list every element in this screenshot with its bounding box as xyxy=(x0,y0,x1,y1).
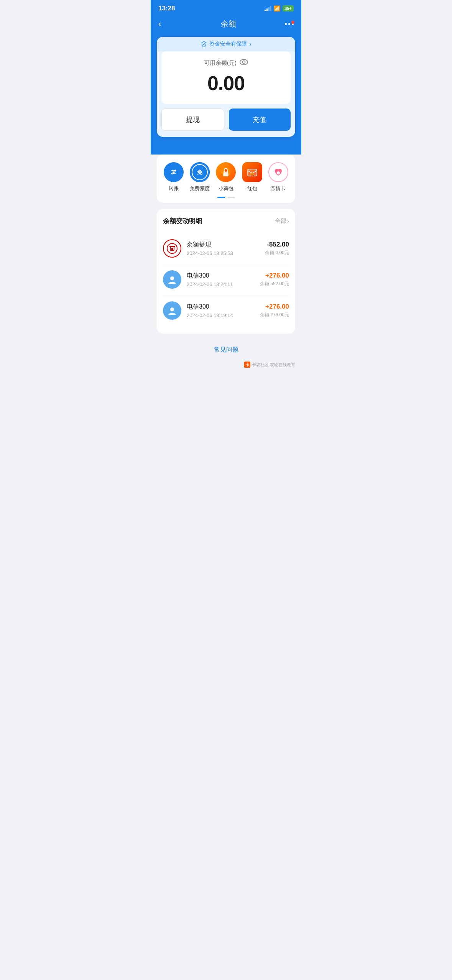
svg-point-0 xyxy=(240,59,248,65)
shield-icon xyxy=(201,41,207,47)
notification-dot xyxy=(291,21,294,24)
tx-amount-2: +276.00 xyxy=(260,272,289,280)
menu-item-family-card[interactable]: 亲情卡 xyxy=(268,162,288,192)
withdraw-button[interactable]: 提现 xyxy=(161,109,224,131)
recharge-button[interactable]: 充值 xyxy=(229,109,291,131)
svg-point-19 xyxy=(170,307,174,311)
status-time: 13:28 xyxy=(158,5,175,12)
view-all-arrow: › xyxy=(287,218,289,224)
svg-text:福: 福 xyxy=(250,173,254,177)
svg-point-8 xyxy=(225,169,227,171)
balance-amount: 0.00 xyxy=(169,72,283,95)
tx-title-3: 电信300 xyxy=(187,303,255,311)
balance-section: 可用余额(元) 0.00 xyxy=(161,51,291,104)
tx-amount-col-2: +276.00 余额 552.00元 xyxy=(260,272,289,287)
tx-time-1: 2024-02-06 13:25:53 xyxy=(187,250,260,256)
transaction-item: 电信300 2024-02-06 13:19:14 +276.00 余额 276… xyxy=(163,295,289,326)
action-buttons: 提现 充值 xyxy=(157,109,295,137)
section-title: 余额变动明细 xyxy=(163,217,202,225)
svg-point-1 xyxy=(243,61,245,64)
security-text: 资金安全有保障 xyxy=(209,41,247,48)
header: ‹ 余额 xyxy=(151,15,301,37)
battery-indicator: 35+ xyxy=(283,5,294,12)
menu-item-transfer[interactable]: ¥ 转账 xyxy=(164,162,184,192)
svg-text:¥: ¥ xyxy=(172,169,175,175)
wifi-icon: 📶 xyxy=(274,5,280,12)
menu-page-dots xyxy=(157,197,295,198)
tx-time-3: 2024-02-06 13:19:14 xyxy=(187,312,255,318)
small-bag-icon xyxy=(216,162,236,182)
free-quota-icon: 免 xyxy=(190,162,210,182)
faq-link[interactable]: 常见问题 xyxy=(151,340,301,360)
watermark-text: 卡农社区 农轮在线教育 xyxy=(252,362,295,368)
blue-background: ‹ 余额 资金安全有保障 › 可用余额(元) xyxy=(151,15,301,155)
view-all-button[interactable]: 全部 › xyxy=(275,217,289,225)
transaction-item: 电信300 2024-02-06 13:24:11 +276.00 余额 552… xyxy=(163,264,289,295)
menu-item-red-envelope[interactable]: 福 红包 xyxy=(242,162,262,192)
user-avatar-icon-1 xyxy=(163,270,181,289)
tx-amount-1: -552.00 xyxy=(265,241,289,248)
status-bar: 13:28 📶 35+ xyxy=(151,0,301,15)
security-banner[interactable]: 资金安全有保障 › xyxy=(157,37,295,51)
status-icons: 📶 35+ xyxy=(265,5,294,12)
menu-item-free-quota[interactable]: 免 免费额度 xyxy=(190,162,210,192)
tx-info-3: 电信300 2024-02-06 13:19:14 xyxy=(187,303,255,318)
tx-amount-col-1: -552.00 余额 0.00元 xyxy=(265,241,289,256)
back-button[interactable]: ‹ xyxy=(158,19,172,29)
transaction-section-header: 余额变动明细 全部 › xyxy=(163,217,289,225)
small-bag-label: 小荷包 xyxy=(219,185,233,192)
svg-rect-16 xyxy=(171,248,173,250)
tx-balance-2: 余额 552.00元 xyxy=(260,281,289,287)
family-card-icon xyxy=(268,162,288,182)
view-all-label: 全部 xyxy=(275,217,286,225)
quick-menu: ¥ 转账 免 免费额度 xyxy=(157,155,295,203)
svg-point-13 xyxy=(277,171,280,174)
dot1 xyxy=(285,23,287,25)
red-envelope-label: 红包 xyxy=(247,185,257,192)
tx-title-2: 电信300 xyxy=(187,272,255,280)
tx-info-1: 余额提现 2024-02-06 13:25:53 xyxy=(187,241,260,256)
tx-title-1: 余额提现 xyxy=(187,241,260,249)
transfer-icon: ¥ xyxy=(164,162,184,182)
eye-icon[interactable] xyxy=(240,59,248,67)
tx-balance-3: 余额 276.00元 xyxy=(260,312,289,318)
tx-balance-1: 余额 0.00元 xyxy=(265,250,289,256)
watermark-icon: 卡 xyxy=(244,362,250,368)
family-card-label: 亲情卡 xyxy=(271,185,286,192)
bank-icon xyxy=(163,239,181,258)
tx-amount-col-3: +276.00 余额 276.00元 xyxy=(260,303,289,318)
transaction-item: 余额提现 2024-02-06 13:25:53 -552.00 余额 0.00… xyxy=(163,233,289,264)
menu-items: ¥ 转账 免 免费额度 xyxy=(157,162,295,192)
balance-card: 资金安全有保障 › 可用余额(元) 0.00 提现 充值 xyxy=(157,37,295,137)
svg-text:卡: 卡 xyxy=(245,363,249,367)
tx-info-2: 电信300 2024-02-06 13:24:11 xyxy=(187,272,255,287)
balance-label-row: 可用余额(元) xyxy=(169,59,283,67)
red-envelope-icon: 福 xyxy=(242,162,262,182)
menu-item-small-bag[interactable]: 小荷包 xyxy=(216,162,236,192)
signal-icon xyxy=(265,6,271,11)
watermark: 卡 卡农社区 农轮在线教育 xyxy=(151,360,301,374)
security-arrow: › xyxy=(249,41,251,47)
menu-dot-active xyxy=(217,197,225,198)
svg-point-18 xyxy=(170,276,174,280)
svg-text:免: 免 xyxy=(197,169,203,175)
balance-label: 可用余额(元) xyxy=(204,59,237,67)
faq-label: 常见问题 xyxy=(214,346,238,353)
menu-dot-inactive xyxy=(227,197,235,198)
tx-amount-3: +276.00 xyxy=(260,303,289,311)
free-quota-label: 免费额度 xyxy=(190,185,210,192)
more-menu-button[interactable] xyxy=(285,23,294,25)
dot2 xyxy=(288,23,290,25)
tx-time-2: 2024-02-06 13:24:11 xyxy=(187,281,255,287)
transaction-section: 余额变动明细 全部 › 余额提现 2024-02-06 13:25:53 -55… xyxy=(157,209,295,334)
page-title: 余额 xyxy=(221,19,236,29)
transfer-label: 转账 xyxy=(169,185,179,192)
user-avatar-icon-2 xyxy=(163,301,181,320)
